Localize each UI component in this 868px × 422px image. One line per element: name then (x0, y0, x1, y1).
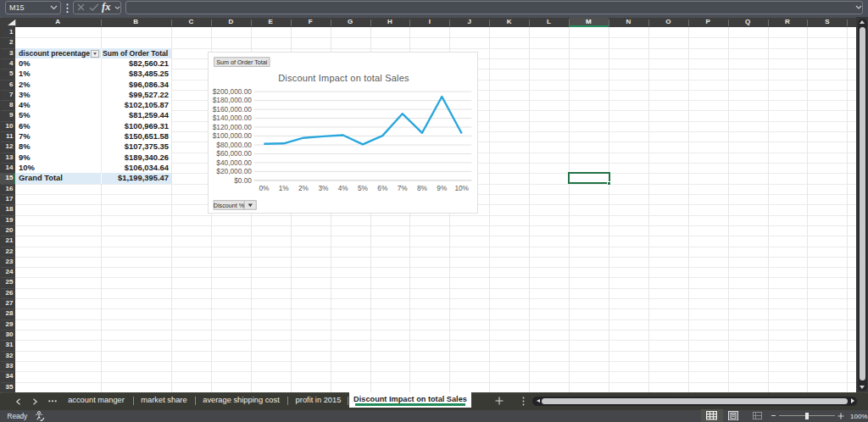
svg-text:$180,000.00: $180,000.00 (213, 96, 253, 104)
svg-text:$80,000.00: $80,000.00 (217, 140, 253, 148)
svg-text:5%: 5% (358, 184, 369, 192)
svg-text:$200,000.00: $200,000.00 (213, 86, 253, 95)
svg-text:Discount %: Discount % (214, 201, 245, 208)
svg-text:6%: 6% (378, 184, 389, 192)
svg-text:Sum of Order Total: Sum of Order Total (217, 58, 269, 65)
svg-text:2%: 2% (298, 184, 309, 192)
svg-text:$0.00: $0.00 (234, 175, 252, 184)
svg-text:$20,000.00: $20,000.00 (217, 167, 253, 175)
svg-text:7%: 7% (398, 184, 409, 192)
svg-text:3%: 3% (319, 184, 330, 192)
svg-text:4%: 4% (338, 184, 349, 192)
svg-text:8%: 8% (417, 184, 428, 192)
svg-text:$120,000.00: $120,000.00 (213, 122, 253, 130)
svg-text:$140,000.00: $140,000.00 (213, 114, 253, 122)
svg-text:$60,000.00: $60,000.00 (217, 149, 253, 158)
svg-text:0%: 0% (259, 184, 270, 192)
svg-text:$40,000.00: $40,000.00 (217, 158, 253, 166)
svg-text:$160,000.00: $160,000.00 (213, 104, 253, 113)
svg-text:9%: 9% (437, 184, 448, 192)
svg-text:Discount Impact on total Sales: Discount Impact on total Sales (279, 72, 410, 82)
svg-text:1%: 1% (279, 184, 290, 192)
svg-text:$100,000.00: $100,000.00 (213, 131, 253, 140)
svg-text:10%: 10% (455, 184, 470, 192)
